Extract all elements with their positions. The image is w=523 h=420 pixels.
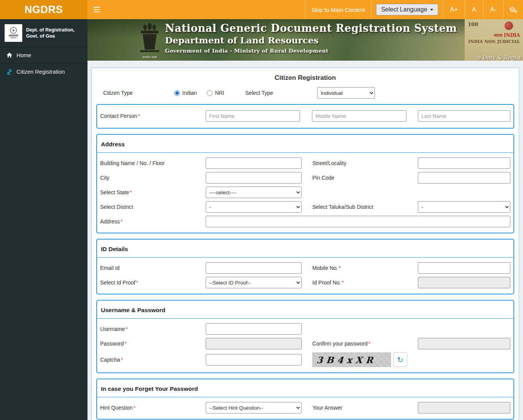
contact-person-row: Contact Person*	[97, 108, 513, 124]
state-label: Select State*	[100, 189, 206, 195]
stamp-corner-text: n Duty & Regist	[477, 55, 521, 61]
home-icon	[6, 53, 13, 58]
goa-emblem-icon	[6, 25, 21, 41]
state-select[interactable]: ----select----	[206, 187, 302, 198]
address-input[interactable]	[206, 216, 510, 227]
forgot-password-section: In case you Forget Your Password Hint Qu…	[96, 379, 514, 420]
caret-down-icon	[430, 9, 433, 11]
username-label: Username*	[100, 326, 206, 332]
sidebar: Dept. of Registration, Govt. of Goa Home…	[0, 19, 87, 420]
header-banner: सत्यमेव जयते National Generic Document R…	[87, 19, 523, 61]
street-input[interactable]	[418, 157, 510, 169]
password-input	[206, 338, 302, 349]
settings-gear-icon[interactable]: ⚙⚙	[504, 0, 523, 19]
first-name-input[interactable]	[206, 110, 300, 122]
banner-subtitle: Department of Land Resources	[165, 35, 457, 45]
id-proof-no-label: Id Proof No.*	[312, 279, 418, 286]
id-details-row-1: Email Id Mobile No.*	[97, 261, 513, 275]
mobile-label: Mobile No.*	[312, 265, 418, 271]
nri-radio[interactable]	[207, 90, 213, 96]
captcha-refresh-button[interactable]: ↻	[393, 352, 407, 367]
district-select[interactable]: -	[206, 201, 302, 213]
brand-logo: NGDRS	[0, 0, 87, 19]
email-label: Email Id	[100, 265, 206, 271]
citizen-type-label: Citizen Type	[103, 90, 174, 96]
org-header: Dept. of Registration, Govt. of Goa	[0, 19, 87, 47]
font-decrease-button[interactable]: A-	[483, 0, 504, 19]
last-name-input[interactable]	[418, 110, 510, 122]
sidebar-item-home[interactable]: Home	[0, 47, 87, 64]
sidebar-item-label: Citizen Registration	[16, 69, 65, 75]
radio-option-nri[interactable]: NRI	[207, 90, 224, 96]
password-label: Password*	[100, 341, 206, 347]
forgot-password-section-header: In case you Forget Your Password	[97, 382, 513, 397]
indian-radio[interactable]	[174, 90, 180, 96]
org-name: Dept. of Registration, Govt. of Goa	[26, 27, 74, 40]
building-input[interactable]	[206, 157, 302, 169]
address-row-2: City Pin Code	[97, 170, 513, 185]
confirm-password-label: Confirm your password*	[312, 341, 418, 347]
stamp-country-text: भारत INDIA	[468, 33, 520, 38]
select-language-button[interactable]: Select Language	[376, 4, 438, 15]
address-label: Address*	[100, 218, 206, 225]
contact-person-section: Contact Person*	[96, 104, 514, 129]
banner-text: National Generic Document Registration S…	[165, 22, 457, 54]
pincode-input[interactable]	[418, 172, 510, 184]
building-label: Building Name / No. / Floor	[100, 160, 206, 166]
address-row-5: Address*	[97, 214, 513, 229]
radio-option-indian[interactable]: Indian	[174, 90, 197, 96]
credentials-row-2: Password* Confirm your password*	[97, 336, 513, 351]
captcha-widget: 3B4xXR ↻	[312, 352, 510, 367]
middle-name-input[interactable]	[312, 110, 406, 122]
confirm-password-input	[418, 338, 510, 349]
page-title: Citizen Registration	[96, 74, 514, 82]
citizen-type-radios: Indian NRI	[174, 90, 245, 96]
select-language-label: Select Language	[381, 6, 427, 13]
address-row-3: Select State* ----select----	[97, 185, 513, 200]
sidebar-item-label: Home	[16, 52, 31, 58]
username-input[interactable]	[206, 323, 302, 335]
stamp-type-text: INDIA NON JUDICIAL	[468, 39, 520, 44]
credentials-section: Username & Password Username* Password* …	[96, 300, 514, 373]
address-section: Address Building Name / No. / Floor Stre…	[96, 134, 514, 233]
stamp-seal-icon	[505, 21, 513, 30]
sidebar-item-citizen-registration[interactable]: Citizen Registration	[0, 64, 87, 80]
your-answer-label: Your Answer	[312, 405, 418, 411]
topbar-right: Skip to Main Content Select Language A+ …	[305, 0, 523, 19]
banner-tagline: Government of India - Ministry of Rural …	[165, 48, 457, 54]
your-answer-input	[418, 402, 510, 413]
id-proof-select[interactable]: --Select ID Proof--	[206, 277, 302, 288]
captcha-image: 3B4xXR	[312, 352, 391, 367]
link-icon	[6, 69, 13, 75]
taluka-select[interactable]: -	[418, 201, 510, 213]
skip-to-main-content-link[interactable]: Skip to Main Content	[305, 0, 371, 19]
font-normal-button[interactable]: A	[465, 0, 483, 19]
select-type-dropdown[interactable]: Individual	[317, 87, 375, 99]
hint-question-select[interactable]: --Select Hint Question--	[206, 402, 302, 413]
app-root: NGDRS Skip to Main Content Select Langua…	[0, 0, 523, 420]
mobile-input[interactable]	[418, 262, 510, 274]
select-type-label: Select Type	[245, 90, 317, 96]
address-section-header: Address	[97, 138, 513, 153]
email-input[interactable]	[206, 262, 302, 274]
credentials-row-3: Captcha* 3B4xXR ↻	[97, 351, 513, 369]
captcha-label: Captcha*	[100, 357, 206, 363]
city-label: City	[100, 175, 206, 181]
registration-form-panel: Citizen Registration Citizen Type Indian…	[91, 68, 519, 420]
emblem-of-india-icon: सत्यमेव जयते	[136, 21, 163, 60]
hamburger-menu-icon[interactable]	[87, 0, 106, 19]
captcha-input[interactable]	[206, 354, 302, 365]
id-proof-no-input	[418, 277, 510, 288]
citizen-type-row: Citizen Type Indian NRI Select Type Indi…	[96, 87, 514, 99]
topbar: NGDRS Skip to Main Content Select Langua…	[0, 0, 523, 19]
captcha-text: 3B4xXR	[312, 355, 377, 365]
font-increase-button[interactable]: A+	[443, 0, 465, 19]
address-row-4: Select District - Select Taluka/Sub Dist…	[97, 200, 513, 214]
district-label: Select District	[100, 204, 206, 210]
contact-person-label: Contact Person*	[100, 113, 206, 119]
id-details-section: ID Details Email Id Mobile No.* Select I…	[96, 239, 514, 294]
city-input[interactable]	[206, 172, 302, 184]
taluka-label: Select Taluka/Sub District	[312, 204, 418, 210]
banner-title: National Generic Document Registration S…	[165, 22, 457, 34]
credentials-section-header: Username & Password	[97, 304, 513, 319]
